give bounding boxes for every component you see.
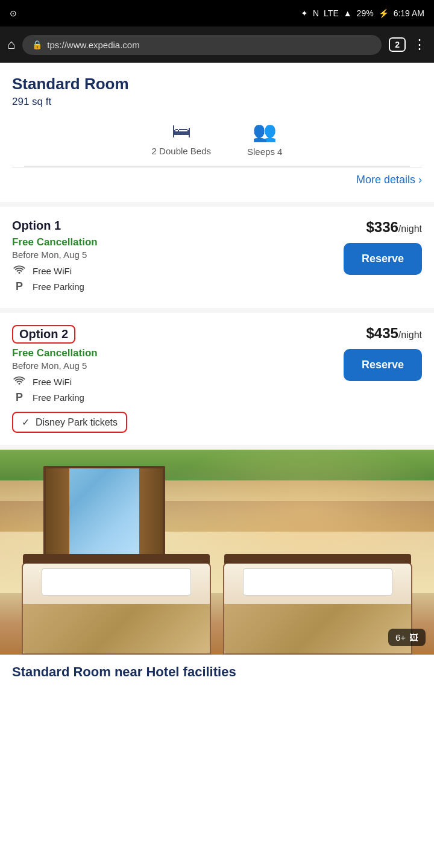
option2-wifi-label: Free WiFi xyxy=(33,377,72,387)
app-icon: ⊙ xyxy=(10,8,17,18)
hotel-image-container[interactable]: 6+ 🖼 xyxy=(0,450,434,655)
option2-price-amount: $435 xyxy=(366,325,398,341)
bluetooth-icon: ✦ xyxy=(301,8,308,18)
amenity-beds: 🛏 2 Double Beds xyxy=(152,120,211,157)
url-bar[interactable]: 🔒 tps://www.expedia.com xyxy=(22,35,382,55)
charging-icon: ⚡ xyxy=(379,8,389,18)
option2-wifi-icon xyxy=(12,376,27,388)
option2-right: $435/night Reserve xyxy=(344,325,422,381)
option2-price: $435/night xyxy=(366,325,422,342)
option2-card: Option 2 Free Cancellation Before Mon, A… xyxy=(0,313,434,445)
option1-reserve-button[interactable]: Reserve xyxy=(344,243,422,275)
option1-free-cancel: Free Cancellation xyxy=(12,236,344,248)
wifi-icon xyxy=(12,265,27,277)
beds-label: 2 Double Beds xyxy=(152,146,211,156)
amenity-sleeps: 👥 Sleeps 4 xyxy=(247,120,282,157)
room-header: Standard Room 291 sq ft 🛏 2 Double Beds … xyxy=(0,63,434,202)
hotel-image-section: 6+ 🖼 Standard Room near Hotel facilities xyxy=(0,450,434,690)
headboard-left xyxy=(23,554,210,564)
lte-icon: LTE xyxy=(324,8,339,18)
curtain-right xyxy=(139,468,163,566)
url-text: tps://www.expedia.com xyxy=(47,40,139,50)
option1-price: $336/night xyxy=(366,219,422,236)
time-display: 6:19 AM xyxy=(394,8,424,18)
room-amenities: 🛏 2 Double Beds 👥 Sleeps 4 xyxy=(12,120,422,157)
pillow-right xyxy=(243,568,392,596)
headboard-right xyxy=(224,554,411,564)
home-icon[interactable]: ⌂ xyxy=(7,37,15,52)
room-sqft: 291 sq ft xyxy=(12,96,422,108)
bed-right xyxy=(223,562,412,655)
nfc-icon: N xyxy=(313,8,319,18)
disney-perk-row: ✓ Disney Park tickets xyxy=(12,412,127,433)
option2-parking-icon: P xyxy=(12,391,27,404)
option1-right: $336/night Reserve xyxy=(344,219,422,275)
option1-wifi-label: Free WiFi xyxy=(33,266,72,276)
browser-bar: ⌂ 🔒 tps://www.expedia.com 2 ⋮ xyxy=(0,27,434,63)
gallery-icon: 🖼 xyxy=(409,632,418,643)
beds-icon: 🛏 xyxy=(172,120,191,142)
image-count: 6+ xyxy=(395,632,406,643)
battery-text: 29% xyxy=(357,8,374,18)
disney-perk-label: Disney Park tickets xyxy=(36,417,118,428)
lock-icon: 🔒 xyxy=(32,40,42,49)
option1-price-amount: $336 xyxy=(366,219,398,235)
window-element xyxy=(43,466,165,568)
option2-parking-label: Free Parking xyxy=(33,392,84,403)
option2-free-cancel: Free Cancellation xyxy=(12,347,344,359)
option1-cancel-date: Before Mon, Aug 5 xyxy=(12,250,344,260)
checkmark-icon: ✓ xyxy=(22,417,30,428)
option2-parking: P Free Parking xyxy=(12,391,344,404)
main-content: Standard Room 291 sq ft 🛏 2 Double Beds … xyxy=(0,63,434,690)
browser-menu-icon[interactable]: ⋮ xyxy=(413,37,427,52)
option2-per-night: /night xyxy=(398,330,422,340)
bed-left xyxy=(22,562,211,655)
image-count-badge[interactable]: 6+ 🖼 xyxy=(388,629,426,646)
sleeps-label: Sleeps 4 xyxy=(247,146,282,157)
parking-icon: P xyxy=(12,280,27,293)
option2-wifi: Free WiFi xyxy=(12,376,344,388)
room-title: Standard Room xyxy=(12,75,422,93)
cover-left xyxy=(23,604,210,653)
status-bar: ⊙ ✦ N LTE ▲ 29% ⚡ 6:19 AM xyxy=(0,0,434,27)
option1-card: Option 1 Free Cancellation Before Mon, A… xyxy=(0,207,434,308)
option2-cancel-date: Before Mon, Aug 5 xyxy=(12,360,344,371)
more-details-link[interactable]: More details › xyxy=(12,167,422,196)
tab-count[interactable]: 2 xyxy=(389,37,406,52)
beds-area xyxy=(0,562,434,655)
pillow-left xyxy=(42,568,191,596)
option1-label: Option 1 xyxy=(12,219,344,233)
signal-icon: ▲ xyxy=(344,8,352,18)
option2-left: Option 2 Free Cancellation Before Mon, A… xyxy=(12,325,344,433)
option1-per-night: /night xyxy=(398,224,422,234)
option2-label: Option 2 xyxy=(12,325,75,344)
option2-reserve-button[interactable]: Reserve xyxy=(344,349,422,381)
hotel-section-title: Standard Room near Hotel facilities xyxy=(0,655,434,690)
curtain-left xyxy=(46,468,69,566)
option1-left: Option 1 Free Cancellation Before Mon, A… xyxy=(12,219,344,296)
hotel-room-image xyxy=(0,450,434,655)
option1-wifi: Free WiFi xyxy=(12,265,344,277)
sleeps-icon: 👥 xyxy=(253,120,277,143)
cover-right xyxy=(224,604,411,653)
option1-parking-label: Free Parking xyxy=(33,281,84,292)
option1-parking: P Free Parking xyxy=(12,280,344,293)
more-details-anchor[interactable]: More details › xyxy=(356,174,422,186)
